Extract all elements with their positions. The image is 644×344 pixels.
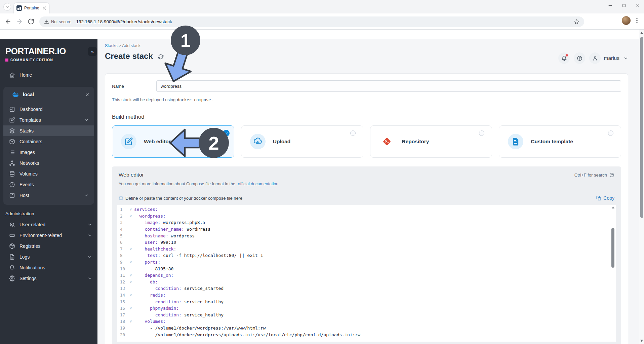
- fold-chevron-icon[interactable]: v: [127, 280, 134, 284]
- sidebar-item-user-related[interactable]: User-related: [0, 219, 97, 230]
- window-close-icon[interactable]: [636, 3, 640, 8]
- code-line[interactable]: 6 user: 999:10: [117, 239, 616, 246]
- chevron-down-icon: [87, 276, 93, 281]
- fold-chevron-icon[interactable]: v: [127, 293, 134, 297]
- sidebar: PORTAINER.IO COMMUNITY EDITION Home loca…: [0, 39, 97, 344]
- code-line[interactable]: 3 image: wordpress:php8.5: [117, 219, 616, 226]
- method-radio[interactable]: [479, 130, 484, 136]
- code-line[interactable]: 13 condition: service_started: [117, 285, 616, 292]
- fold-chevron-icon[interactable]: v: [127, 247, 134, 251]
- url-text[interactable]: 192.168.1.18:9000/#!/2/docker/stacks/new…: [76, 19, 172, 24]
- copy-button[interactable]: Copy: [596, 195, 614, 201]
- sidebar-item-events[interactable]: Events: [3, 179, 94, 190]
- sidebar-item-logs[interactable]: Logs: [0, 252, 97, 262]
- code-line[interactable]: 11v depends_on:: [117, 272, 616, 279]
- tab-close-icon[interactable]: [42, 6, 47, 10]
- line-number: 8: [117, 253, 127, 258]
- sidebar-collapse-button[interactable]: «: [88, 47, 97, 56]
- sidebar-item-notifications[interactable]: Notifications: [0, 262, 97, 273]
- name-label: Name: [112, 84, 156, 89]
- fold-chevron-icon[interactable]: v: [127, 260, 134, 264]
- sidebar-item-templates[interactable]: Templates: [3, 115, 94, 125]
- build-method-web-editor[interactable]: Web editor: [112, 125, 234, 158]
- official-documentation-link[interactable]: official documentation: [238, 182, 278, 186]
- code-text: depends_on:: [134, 273, 173, 278]
- line-number: 9: [117, 260, 127, 265]
- refresh-icon[interactable]: [158, 54, 164, 60]
- stack-name-input[interactable]: [156, 80, 621, 92]
- search-help-icon[interactable]: [609, 173, 614, 178]
- build-method-upload[interactable]: Upload: [241, 125, 363, 158]
- chevron-down-icon: [87, 233, 93, 238]
- page-scrollbar[interactable]: [639, 30, 644, 344]
- bookmark-star-icon[interactable]: [574, 19, 579, 25]
- browser-tab[interactable]: Portaine: [13, 2, 50, 13]
- editor-scroll-up-icon[interactable]: [612, 206, 614, 208]
- sidebar-item-dashboard[interactable]: Dashboard: [3, 104, 94, 115]
- code-line[interactable]: 5 hostname: wordpress: [117, 232, 616, 239]
- fold-chevron-icon[interactable]: v: [127, 319, 134, 323]
- not-secure-label[interactable]: Not secure: [51, 20, 71, 24]
- code-line[interactable]: 12v db:: [117, 279, 616, 285]
- browser-profile-avatar[interactable]: [622, 16, 631, 25]
- method-radio[interactable]: [350, 130, 356, 136]
- sidebar-item-home[interactable]: Home: [0, 69, 97, 81]
- build-method-custom-template[interactable]: Custom template: [499, 125, 621, 158]
- environment-close-icon[interactable]: [85, 92, 89, 97]
- tab-search-button[interactable]: [3, 3, 11, 11]
- code-line[interactable]: 20 - /volume1/docker/wordpress/uploads.i…: [117, 331, 616, 338]
- fold-chevron-icon[interactable]: v: [127, 273, 134, 277]
- page-scrollbar-thumb[interactable]: [640, 37, 643, 218]
- code-line[interactable]: 10 - 8195:80: [117, 265, 616, 272]
- browser-menu-icon[interactable]: [634, 17, 640, 24]
- breadcrumb-stacks-link[interactable]: Stacks: [105, 43, 118, 48]
- address-bar[interactable]: Not secure 192.168.1.18:9000/#!/2/docker…: [39, 16, 584, 27]
- line-number: 12: [117, 279, 127, 284]
- compose-code-editor[interactable]: 1vservices:2v wordpress:3 image: wordpre…: [117, 205, 616, 342]
- code-line[interactable]: 14v redis:: [117, 292, 616, 299]
- code-line[interactable]: 1vservices:: [117, 206, 616, 213]
- help-button[interactable]: [574, 52, 585, 64]
- user-menu-button[interactable]: [589, 52, 601, 64]
- template-file-icon: [511, 137, 520, 146]
- line-number: 7: [117, 246, 127, 252]
- code-line[interactable]: 15 condition: service_healthy: [117, 298, 616, 305]
- fold-chevron-icon[interactable]: v: [127, 214, 134, 218]
- deploy-note: This stack will be deployed usingdocker …: [112, 97, 621, 102]
- sidebar-item-environment-related[interactable]: Environment-related: [0, 230, 97, 241]
- notifications-button[interactable]: [558, 52, 570, 64]
- code-line[interactable]: 2v wordpress:: [117, 213, 616, 220]
- code-line[interactable]: 4 container_name: WordPress: [117, 226, 616, 233]
- method-radio[interactable]: [608, 130, 613, 136]
- sidebar-item-volumes[interactable]: Volumes: [3, 168, 94, 179]
- sidebar-item-host[interactable]: Host: [3, 190, 94, 201]
- sidebar-item-registries[interactable]: Registries: [0, 241, 97, 252]
- code-line[interactable]: 19 - /volume1/docker/wordpress:/var/www/…: [117, 325, 616, 332]
- sidebar-item-networks[interactable]: Networks: [3, 158, 94, 168]
- sidebar-item-containers[interactable]: Containers: [3, 136, 94, 147]
- sidebar-item-images[interactable]: Images: [3, 147, 94, 158]
- environment-local[interactable]: local: [3, 89, 94, 100]
- sidebar-item-stacks[interactable]: Stacks: [3, 125, 94, 136]
- username[interactable]: marius: [604, 55, 619, 61]
- user-chevron-down-icon[interactable]: [623, 56, 628, 61]
- code-line[interactable]: 16v phpmyadmin:: [117, 305, 616, 312]
- build-method-repository[interactable]: Repository: [370, 125, 492, 158]
- editor-scrollbar-thumb[interactable]: [611, 228, 614, 268]
- back-icon[interactable]: [5, 18, 11, 25]
- code-line[interactable]: 7v healthcheck:: [117, 246, 616, 253]
- forward-icon[interactable]: [16, 18, 23, 25]
- maximize-icon[interactable]: [622, 3, 626, 8]
- fold-chevron-icon[interactable]: v: [127, 207, 134, 211]
- code-line[interactable]: 9v ports:: [117, 259, 616, 266]
- scroll-up-icon[interactable]: [640, 32, 643, 34]
- code-line[interactable]: 8 test: curl -f http://localhost:80/ || …: [117, 252, 616, 259]
- reload-icon[interactable]: [28, 18, 34, 25]
- sidebar-item-settings[interactable]: Settings: [0, 273, 97, 284]
- editor-scrollbar[interactable]: [611, 206, 615, 341]
- minimize-icon[interactable]: [608, 3, 612, 8]
- code-line[interactable]: 17 condition: service_healthy: [117, 312, 616, 318]
- scroll-down-icon[interactable]: [640, 340, 643, 342]
- code-line[interactable]: 18v volumes:: [117, 318, 616, 325]
- fold-chevron-icon[interactable]: v: [127, 306, 134, 310]
